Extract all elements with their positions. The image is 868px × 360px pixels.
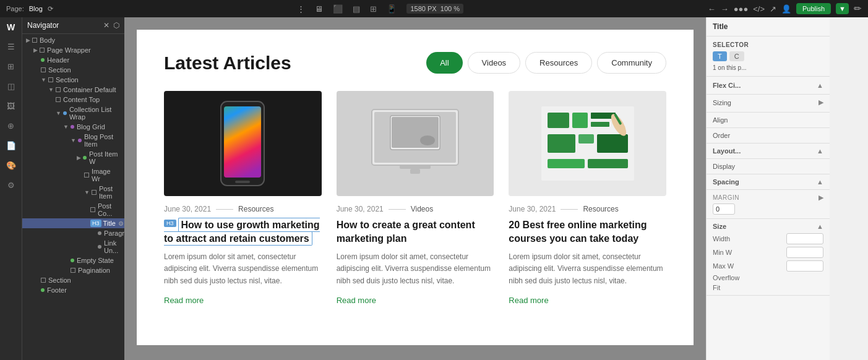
tree-item-collection-list[interactable]: ▼ Collection List Wrap <box>22 105 124 122</box>
article-category-2: Videos <box>411 205 433 213</box>
article-card-3: June 30, 2021 Resources 20 Best free onl… <box>509 91 666 305</box>
tree-item-blog-grid[interactable]: ▼ Blog Grid <box>22 122 124 132</box>
filter-tab-community[interactable]: Community <box>597 52 666 74</box>
tree-item-header[interactable]: Header <box>22 55 124 65</box>
sizing-arrow-icon[interactable]: ▶ <box>819 98 823 106</box>
cms-icon[interactable]: ⊕ <box>3 118 19 134</box>
svg-point-10 <box>420 135 435 145</box>
back-icon[interactable]: ← <box>708 4 716 14</box>
on-this-page: 1 on this p... <box>713 64 823 71</box>
add-element-icon[interactable]: ⊞ <box>3 58 19 74</box>
right-flex-section: Flex Ci... ▲ <box>707 77 830 95</box>
user-icon[interactable]: 👤 <box>781 4 791 14</box>
tree-item-h3-title[interactable]: H3 Title ⚙ <box>22 218 124 228</box>
tree-item-section-2[interactable]: ▼ Section <box>22 75 124 85</box>
assets-icon[interactable]: 🖼 <box>3 98 19 114</box>
close-navigator-icon[interactable]: ✕ <box>103 21 110 30</box>
tree-item-post-co[interactable]: Post Co... <box>22 201 124 218</box>
align-label: Align <box>713 116 728 124</box>
svg-rect-19 <box>548 159 585 168</box>
selector-tab-t[interactable]: T <box>713 51 727 61</box>
article-card-1: June 30, 2021 Resources H3How to use gro… <box>164 91 322 305</box>
tree-item-image-wr[interactable]: Image Wr <box>22 166 124 184</box>
article-title-box-1: How to use growth marketing to attract a… <box>164 218 320 246</box>
export-icon[interactable]: ↗ <box>770 4 776 14</box>
components-icon[interactable]: ◫ <box>3 78 19 94</box>
tree-item-empty-state[interactable]: Empty State <box>22 255 124 265</box>
filter-tab-all[interactable]: All <box>426 52 462 74</box>
spacing-label: Spacing <box>713 178 739 186</box>
desktop-view-icon[interactable]: 🖥 <box>315 4 323 14</box>
meta-divider-3 <box>561 209 578 210</box>
layout-label: Layout... <box>713 147 741 155</box>
margin-value-input[interactable] <box>713 204 735 215</box>
sizing-label: Sizing <box>713 99 731 106</box>
pencil-icon[interactable]: ✏ <box>854 3 862 14</box>
forward-icon[interactable]: → <box>721 4 729 14</box>
code-view-icon[interactable]: </> <box>753 4 765 14</box>
article-date-2: June 30, 2021 <box>337 205 384 213</box>
article-meta-1: June 30, 2021 Resources <box>164 205 322 213</box>
tree-item-page-wrapper[interactable]: ▶ Page Wrapper <box>22 45 124 55</box>
tree-item-container[interactable]: ▼ Container Default <box>22 85 124 95</box>
nav-icon-btn[interactable]: ☰ <box>3 38 19 54</box>
max-w-input[interactable] <box>786 260 823 272</box>
navigator-header: Navigator ✕ ⬡ <box>22 17 124 34</box>
read-more-link-1[interactable]: Read more <box>164 296 322 305</box>
flex-collapse-icon[interactable]: ▲ <box>817 82 823 89</box>
tree-item-pagination[interactable]: Pagination <box>22 265 124 275</box>
publish-dropdown-icon[interactable]: ▼ <box>836 3 849 14</box>
svg-rect-16 <box>548 134 575 153</box>
tree-item-post-item-w[interactable]: ▶ Post Item W <box>22 149 124 166</box>
read-more-link-3[interactable]: Read more <box>509 296 666 305</box>
tree-item-body[interactable]: ▶ Body <box>22 35 124 45</box>
articles-grid: June 30, 2021 Resources H3How to use gro… <box>164 91 666 305</box>
article-heading-3: 20 Best free online marketing courses yo… <box>509 218 666 245</box>
settings-dot-icon[interactable]: ⚙ <box>118 220 124 227</box>
publish-button[interactable]: Publish <box>796 3 831 14</box>
styles-icon[interactable]: 🎨 <box>3 157 19 173</box>
tree-item-link-un[interactable]: Link Un... <box>22 238 124 255</box>
filter-tab-videos[interactable]: Videos <box>468 52 521 74</box>
article-date-3: June 30, 2021 <box>509 205 556 213</box>
selector-tab-c[interactable]: C <box>729 51 744 61</box>
tree-item-footer[interactable]: Footer <box>22 285 124 295</box>
more-menu-icon[interactable]: ●●● <box>734 4 749 14</box>
right-margin-section: MARGIN ▶ <box>707 190 830 219</box>
spacing-collapse-icon[interactable]: ▲ <box>817 178 823 186</box>
margin-arrow-icon[interactable]: ▶ <box>819 194 823 202</box>
margin-label: MARGIN <box>713 194 739 201</box>
svg-rect-18 <box>597 134 628 153</box>
order-label: Order <box>713 132 730 139</box>
article-excerpt-3: Lorem ipsum dolor sit amet, consectetur … <box>509 251 666 287</box>
read-more-link-2[interactable]: Read more <box>337 296 494 305</box>
layout-view-icon[interactable]: ▤ <box>353 4 360 14</box>
width-input[interactable] <box>786 233 823 244</box>
article-image-2 <box>337 91 494 196</box>
right-panel-title: Title <box>713 22 728 31</box>
tree-item-post-item[interactable]: ▼ Post Item <box>22 184 124 201</box>
display-label: Display <box>713 163 735 170</box>
layout-collapse-icon[interactable]: ▲ <box>817 147 823 155</box>
tree-item-section-1[interactable]: Section <box>22 65 124 75</box>
filter-tab-resources[interactable]: Resources <box>525 52 592 74</box>
tree-item-blog-post-item[interactable]: ▼ Blog Post Item <box>22 132 124 149</box>
filter-tabs: All Videos Resources Community <box>426 52 666 74</box>
svg-rect-20 <box>588 159 628 168</box>
pages-icon[interactable]: 📄 <box>3 137 19 153</box>
article-heading-2: How to create a great content marketing … <box>337 218 494 245</box>
more-options-icon[interactable]: ⋮ <box>297 4 305 14</box>
mobile-view-icon[interactable]: 📱 <box>387 4 397 14</box>
settings-icon[interactable]: ⚙ <box>3 177 19 193</box>
size-collapse-icon[interactable]: ▲ <box>817 223 823 230</box>
tree-item-paragra[interactable]: Paragra... <box>22 228 124 238</box>
expand-navigator-icon[interactable]: ⬡ <box>113 21 119 30</box>
page-name: Blog <box>29 5 43 12</box>
min-w-input[interactable] <box>786 247 823 258</box>
grid-view-icon[interactable]: ⊞ <box>370 4 377 14</box>
tree-item-content-top[interactable]: Content Top <box>22 95 124 105</box>
tree-item-section-3[interactable]: Section <box>22 275 124 285</box>
article-card-2: June 30, 2021 Videos How to create a gre… <box>337 91 494 305</box>
tablet-view-icon[interactable]: ⬛ <box>333 4 343 14</box>
right-display-section: Display <box>707 159 830 174</box>
